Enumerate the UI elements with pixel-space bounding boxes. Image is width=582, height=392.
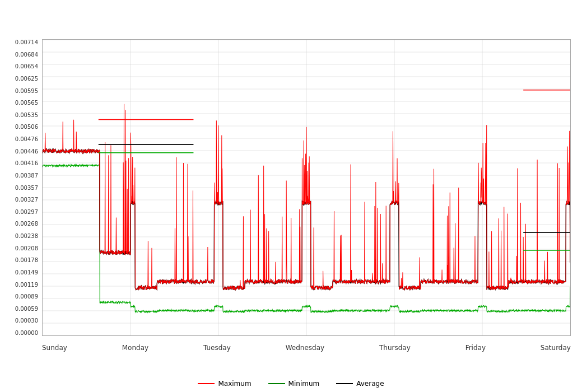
y-tick-label: 0.00178 <box>15 257 40 263</box>
y-tick-label: 0.00416 <box>15 160 40 166</box>
x-tick-label: Thursday <box>379 344 411 352</box>
chart-container: 0.007140.006840.006540.006250.005950.005… <box>0 0 582 392</box>
y-tick-label: 0.00565 <box>15 100 40 106</box>
y-tick-label: 0.00268 <box>15 221 40 227</box>
y-tick-label: 0.00030 <box>15 318 40 324</box>
legend-line <box>336 383 353 385</box>
x-tick-label: Tuesday <box>203 344 231 352</box>
x-tick-label: Monday <box>122 344 148 352</box>
y-tick-label: 0.00059 <box>15 306 40 312</box>
legend-item: Maximum <box>198 380 251 388</box>
y-tick-label: 0.00476 <box>15 136 40 142</box>
y-axis-labels: 0.007140.006840.006540.006250.005950.005… <box>0 39 40 336</box>
legend-item: Average <box>336 380 384 388</box>
chart-svg <box>43 40 570 335</box>
y-tick-label: 0.00000 <box>15 330 40 336</box>
legend-item: Minimum <box>268 380 320 388</box>
chart-title <box>0 0 582 10</box>
y-tick-label: 0.00297 <box>15 209 40 215</box>
legend-line <box>268 383 285 384</box>
legend-label: Maximum <box>218 380 251 388</box>
y-tick-label: 0.00387 <box>15 172 40 179</box>
y-tick-label: 0.00357 <box>15 185 40 191</box>
legend-label: Average <box>356 380 384 388</box>
y-tick-label: 0.00208 <box>15 245 40 251</box>
x-tick-label: Saturday <box>541 344 571 352</box>
y-tick-label: 0.00625 <box>15 76 40 82</box>
y-tick-label: 0.00149 <box>15 269 40 276</box>
y-tick-label: 0.00714 <box>15 39 40 45</box>
x-tick-label: Friday <box>465 344 486 352</box>
y-tick-label: 0.00535 <box>15 112 40 118</box>
y-tick-label: 0.00506 <box>15 124 40 130</box>
legend-label: Minimum <box>288 380 320 388</box>
x-tick-label: Wednesday <box>286 344 324 352</box>
y-tick-label: 0.00089 <box>15 293 40 300</box>
y-tick-label: 0.00327 <box>15 197 40 203</box>
y-tick-label: 0.00595 <box>15 88 40 94</box>
x-axis-labels: SundayMondayTuesdayWednesdayThursdayFrid… <box>42 344 571 352</box>
y-tick-label: 0.00446 <box>15 148 40 155</box>
y-tick-label: 0.00654 <box>15 63 40 69</box>
x-tick-label: Sunday <box>42 344 67 352</box>
y-tick-label: 0.00238 <box>15 233 40 239</box>
y-tick-label: 0.00119 <box>15 282 40 288</box>
chart-plot-area <box>42 39 571 336</box>
chart-subtitle <box>0 10 582 15</box>
y-tick-label: 0.00684 <box>15 52 40 58</box>
legend-line <box>198 383 215 384</box>
chart-legend: MaximumMinimumAverage <box>0 380 582 388</box>
